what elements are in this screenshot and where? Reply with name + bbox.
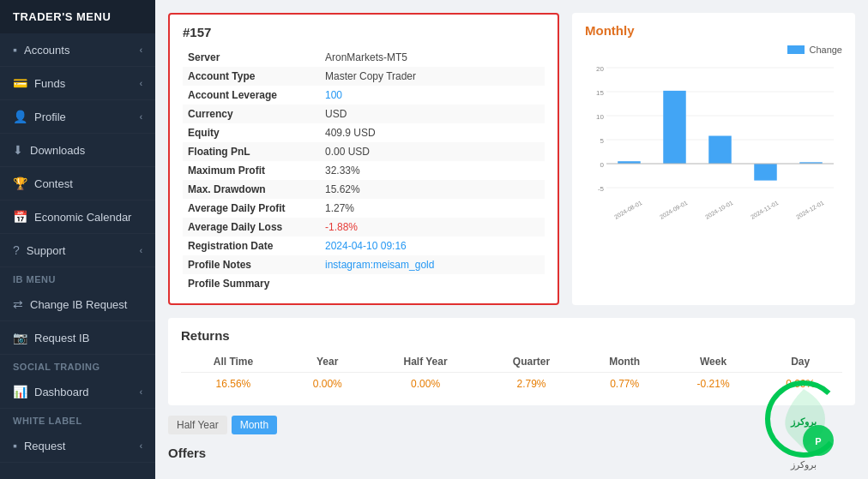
- account-field-label: Maximum Profit: [183, 161, 320, 180]
- account-field-label: Profile Notes: [183, 255, 320, 274]
- returns-header: Half Year: [370, 351, 482, 373]
- account-field-label: Currency: [183, 105, 320, 123]
- change-ib-icon: ⇄: [13, 297, 23, 311]
- svg-rect-18: [754, 164, 777, 181]
- sidebar-item-request-ib[interactable]: 📷 Request IB: [0, 321, 155, 355]
- returns-header: Quarter: [482, 351, 582, 373]
- account-card: #157 ServerAronMarkets-MT5Account TypeMa…: [168, 13, 559, 305]
- tab-half-year[interactable]: Half Year: [168, 416, 227, 434]
- svg-text:5: 5: [600, 137, 605, 145]
- sidebar-item-accounts[interactable]: ▪ Accounts ‹: [0, 33, 155, 67]
- returns-header: All Time: [181, 351, 286, 373]
- returns-header: Month: [581, 351, 667, 373]
- sidebar-item-wl-request[interactable]: ▪ Request ‹: [0, 429, 155, 463]
- sidebar-title: TRADER'S MENU: [0, 0, 155, 33]
- account-field-label: Floating PnL: [183, 142, 320, 161]
- svg-text:P: P: [815, 436, 821, 446]
- chart-svg: -5051015202024-08-012024-09-012024-10-01…: [585, 59, 842, 231]
- account-field-value: 1.27%: [320, 199, 545, 218]
- profile-icon: 👤: [13, 110, 27, 123]
- account-field-value: USD: [320, 105, 545, 123]
- white-label-section: White label: [0, 409, 155, 429]
- account-field-label: Max. Drawdown: [183, 180, 320, 199]
- funds-icon: 💳: [13, 76, 27, 90]
- logo-svg: بروکرز P: [765, 380, 842, 458]
- svg-text:2024-09-01: 2024-09-01: [659, 200, 689, 220]
- account-field-value: instagram:meisam_gold: [320, 255, 545, 274]
- chart-title: Monthly: [585, 23, 842, 38]
- sidebar-item-support[interactable]: ? Support ‹: [0, 234, 155, 267]
- sidebar-label-contest: Contest: [34, 177, 73, 190]
- account-field-value: 0.00 USD: [320, 142, 545, 161]
- account-id: #157: [183, 25, 545, 39]
- account-field-value: 100: [320, 86, 545, 105]
- sidebar-label-profile: Profile: [34, 111, 66, 123]
- contest-icon: 🏆: [13, 177, 27, 190]
- account-field-value: AronMarkets-MT5: [320, 48, 545, 67]
- request-ib-icon: 📷: [13, 331, 27, 344]
- account-field-value: -1.88%: [320, 218, 545, 237]
- sidebar: TRADER'S MENU ▪ Accounts ‹ 💳 Funds ‹ 👤 P…: [0, 0, 155, 479]
- accounts-arrow: ‹: [140, 45, 142, 55]
- sidebar-label-downloads: Downloads: [30, 144, 85, 157]
- svg-text:2024-12-01: 2024-12-01: [795, 200, 825, 220]
- sidebar-label-dashboard: Dashboard: [34, 386, 89, 398]
- ib-menu-label: IB MENU: [0, 267, 155, 288]
- accounts-icon: ▪: [13, 43, 17, 57]
- account-field-value: 32.33%: [320, 161, 545, 180]
- sidebar-item-profile[interactable]: 👤 Profile ‹: [0, 100, 155, 134]
- account-field-label: Account Leverage: [183, 86, 320, 105]
- chart-legend: Change: [585, 45, 842, 55]
- svg-text:بروکرز: بروکرز: [790, 416, 817, 428]
- logo-text: بروکرز: [791, 459, 817, 470]
- downloads-icon: ⬇: [13, 143, 23, 157]
- wl-request-arrow: ‹: [140, 441, 142, 451]
- sidebar-item-funds[interactable]: 💳 Funds ‹: [0, 67, 155, 100]
- sidebar-item-contest[interactable]: 🏆 Contest: [0, 167, 155, 201]
- svg-rect-14: [663, 91, 686, 164]
- returns-value: 16.56%: [181, 373, 286, 396]
- legend-label: Change: [809, 45, 842, 55]
- returns-table: All TimeYearHalf YearQuarterMonthWeekDay…: [181, 351, 842, 395]
- svg-text:0: 0: [600, 161, 605, 169]
- sidebar-label-econ-cal: Economic Calendar: [34, 211, 131, 224]
- returns-value: 2.79%: [482, 373, 582, 396]
- account-field-value: 15.62%: [320, 180, 545, 199]
- svg-text:15: 15: [596, 89, 604, 97]
- sidebar-item-downloads[interactable]: ⬇ Downloads: [0, 134, 155, 167]
- sidebar-label-funds: Funds: [34, 77, 65, 90]
- sidebar-item-economic-calendar[interactable]: 📅 Economic Calendar: [0, 201, 155, 234]
- sidebar-label-request-ib: Request IB: [34, 332, 89, 344]
- funds-arrow: ‹: [140, 79, 142, 88]
- svg-text:2024-11-01: 2024-11-01: [750, 200, 780, 220]
- account-field-label: Registration Date: [183, 237, 320, 255]
- account-field-label: Account Type: [183, 67, 320, 86]
- svg-text:-5: -5: [598, 185, 605, 193]
- wl-request-icon: ▪: [13, 439, 17, 452]
- sidebar-label-change-ib: Change IB Request: [30, 298, 127, 311]
- dashboard-icon: 📊: [13, 385, 27, 398]
- sidebar-label-support: Support: [27, 244, 66, 257]
- support-icon: ?: [13, 243, 20, 257]
- sidebar-item-dashboard[interactable]: 📊 Dashboard ‹: [0, 375, 155, 409]
- account-field-value: 2024-04-10 09:16: [320, 237, 545, 255]
- account-field-label: Average Daily Loss: [183, 218, 320, 237]
- account-field-label: Equity: [183, 123, 320, 142]
- svg-rect-16: [708, 136, 732, 164]
- account-field-label: Average Daily Profit: [183, 199, 320, 218]
- profile-arrow: ‹: [140, 112, 142, 122]
- returns-value: -0.21%: [668, 373, 758, 396]
- top-row: #157 ServerAronMarkets-MT5Account TypeMa…: [168, 13, 855, 305]
- logo-area: بروکرز P بروکرز: [748, 368, 859, 470]
- social-trading-label: Social Trading: [0, 355, 155, 375]
- returns-header: Week: [668, 351, 758, 373]
- account-field-value: Master Copy Trader: [320, 67, 545, 86]
- returns-header: Year: [286, 351, 370, 373]
- svg-text:2024-08-01: 2024-08-01: [613, 200, 643, 220]
- legend-box: [787, 45, 805, 54]
- returns-title: Returns: [181, 328, 842, 343]
- returns-value: 0.00%: [286, 373, 370, 396]
- svg-text:2024-10-01: 2024-10-01: [704, 200, 734, 220]
- tab-month[interactable]: Month: [232, 416, 277, 434]
- sidebar-item-change-ib[interactable]: ⇄ Change IB Request: [0, 288, 155, 321]
